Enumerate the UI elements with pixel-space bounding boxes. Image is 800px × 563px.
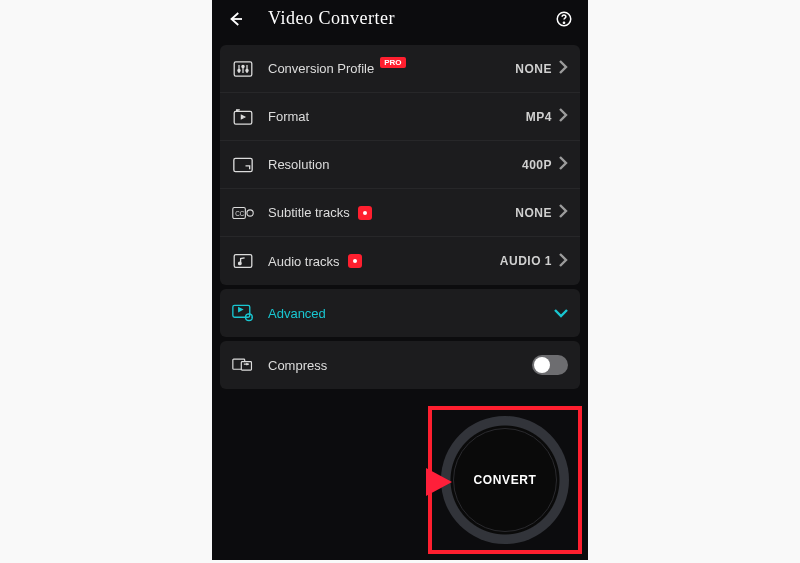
row-label: Resolution [268,157,522,172]
row-label: Subtitle tracks [268,205,515,220]
chevron-right-icon [558,253,568,270]
row-value: NONE [515,62,552,76]
svg-rect-13 [233,305,250,317]
alert-badge [358,206,372,220]
svg-point-3 [238,69,240,71]
music-icon [232,253,254,269]
compress-toggle[interactable] [532,355,568,375]
header: Video Converter [212,0,588,41]
convert-highlight: CONVERT [428,406,582,554]
svg-point-10 [247,209,253,215]
format-icon [232,109,254,125]
resolution-icon [232,157,254,173]
row-label: Compress [268,358,532,373]
row-value: AUDIO 1 [500,254,552,268]
row-label: Conversion Profile PRO [268,61,515,76]
chevron-right-icon [558,108,568,125]
row-value: NONE [515,206,552,220]
chevron-right-icon [558,204,568,221]
row-label: Format [268,109,526,124]
svg-rect-11 [234,255,252,268]
compress-section: Compress [220,341,580,389]
row-compress[interactable]: Compress [220,341,580,389]
chevron-right-icon [558,60,568,77]
compress-icon [232,357,254,373]
help-button[interactable] [554,9,574,29]
row-value: 400P [522,158,552,172]
cc-icon: CC [232,205,254,221]
row-conversion-profile[interactable]: Conversion Profile PRO NONE [220,45,580,93]
svg-point-12 [239,262,242,265]
row-format[interactable]: Format MP4 [220,93,580,141]
arrow-left-icon [227,10,245,28]
row-resolution[interactable]: Resolution 400P [220,141,580,189]
row-audio-tracks[interactable]: Audio tracks AUDIO 1 [220,237,580,285]
help-icon [555,10,573,28]
svg-text:CC: CC [235,210,245,217]
svg-rect-7 [234,158,252,171]
row-label: Audio tracks [268,254,500,269]
app-screen: Video Converter Conversion Profile PRO [212,0,588,560]
chevron-down-icon [554,306,568,321]
svg-rect-16 [241,362,251,370]
page-title: Video Converter [246,8,554,29]
sliders-icon [232,61,254,77]
convert-button[interactable]: CONVERT [441,416,569,544]
row-label: Advanced [268,306,554,321]
row-subtitle-tracks[interactable]: CC Subtitle tracks NONE [220,189,580,237]
alert-badge [348,254,362,268]
advanced-section: Advanced [220,289,580,337]
row-advanced[interactable]: Advanced [220,289,580,337]
pro-badge: PRO [380,57,405,68]
svg-point-5 [246,69,248,71]
settings-list: Conversion Profile PRO NONE Format MP4 [220,45,580,285]
back-button[interactable] [226,9,246,29]
svg-point-4 [242,65,244,67]
advanced-icon [232,305,254,321]
chevron-right-icon [558,156,568,173]
row-value: MP4 [526,110,552,124]
svg-point-1 [563,22,564,23]
convert-label: CONVERT [453,428,557,532]
